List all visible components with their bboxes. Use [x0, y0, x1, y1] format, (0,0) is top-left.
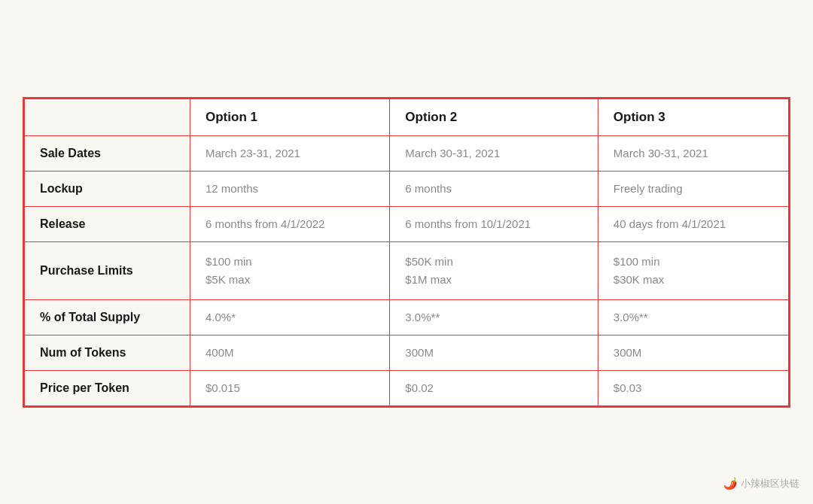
row-1-opt3: Freely trading: [598, 171, 788, 206]
header-option1: Option 1: [190, 99, 390, 135]
table-row: Num of Tokens400M300M300M: [25, 335, 789, 370]
row-6-opt3: $0.03: [598, 370, 788, 405]
row-1-opt1: 12 months: [190, 171, 390, 206]
header-option3: Option 3: [598, 99, 788, 135]
row-3-opt1: $100 min$5K max: [190, 241, 390, 299]
table-row: Sale DatesMarch 23-31, 2021March 30-31, …: [25, 135, 789, 171]
row-2-opt1: 6 months from 4/1/2022: [190, 206, 390, 241]
row-label: Lockup: [25, 171, 190, 206]
row-2-opt2: 6 months from 10/1/2021: [390, 206, 598, 241]
row-3-opt3: $100 min$30K max: [598, 241, 788, 299]
row-5-opt3: 300M: [598, 335, 788, 370]
row-1-opt2: 6 months: [390, 171, 598, 206]
row-4-opt2: 3.0%**: [390, 299, 598, 335]
table-row: Release6 months from 4/1/20226 months fr…: [25, 206, 789, 241]
row-label: Sale Dates: [25, 135, 190, 171]
header-row: Option 1 Option 2 Option 3: [25, 99, 789, 135]
row-label: Price per Token: [25, 370, 190, 405]
row-3-opt2: $50K min$1M max: [390, 241, 598, 299]
row-label: Release: [25, 206, 190, 241]
watermark-text: 小辣椒区块链: [741, 477, 799, 490]
row-6-opt1: $0.015: [190, 370, 390, 405]
header-option2: Option 2: [390, 99, 598, 135]
comparison-table: Option 1 Option 2 Option 3 Sale DatesMar…: [23, 97, 790, 408]
table-row: Lockup12 months6 monthsFreely trading: [25, 171, 789, 206]
row-5-opt2: 300M: [390, 335, 598, 370]
row-label: Num of Tokens: [25, 335, 190, 370]
row-2-opt3: 40 days from 4/1/2021: [598, 206, 788, 241]
row-5-opt1: 400M: [190, 335, 390, 370]
row-label: Purchase Limits: [25, 241, 190, 299]
row-0-opt3: March 30-31, 2021: [598, 135, 788, 171]
watermark: 🌶️ 小辣椒区块链: [723, 477, 799, 490]
header-empty: [25, 99, 190, 135]
row-6-opt2: $0.02: [390, 370, 598, 405]
row-0-opt2: March 30-31, 2021: [390, 135, 598, 171]
table-row: % of Total Supply4.0%*3.0%**3.0%**: [25, 299, 789, 335]
table-row: Price per Token$0.015$0.02$0.03: [25, 370, 789, 405]
table-row: Purchase Limits$100 min$5K max$50K min$1…: [25, 241, 789, 299]
row-4-opt3: 3.0%**: [598, 299, 788, 335]
row-label: % of Total Supply: [25, 299, 190, 335]
watermark-icon: 🌶️: [723, 477, 738, 490]
row-0-opt1: March 23-31, 2021: [190, 135, 390, 171]
row-4-opt1: 4.0%*: [190, 299, 390, 335]
